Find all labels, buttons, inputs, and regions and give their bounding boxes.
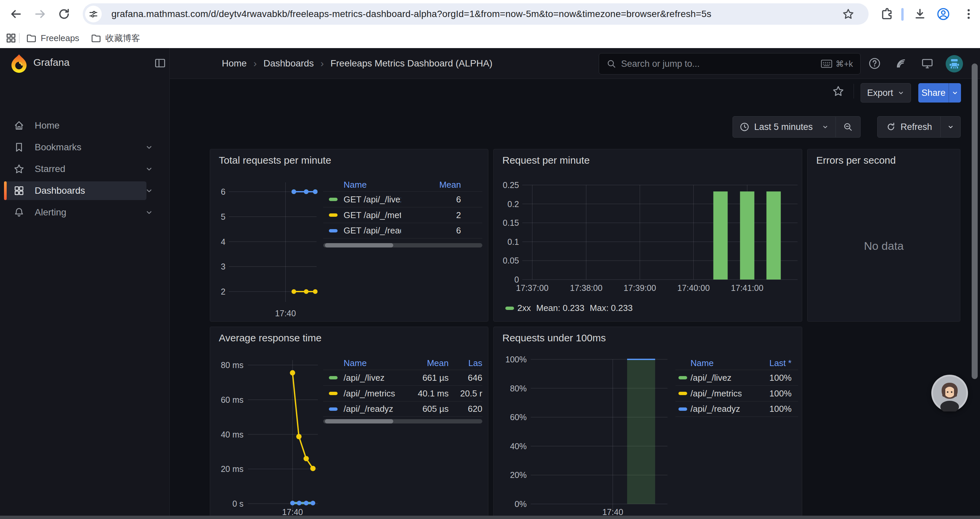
legend-mean: Mean: 0.233 (536, 303, 584, 313)
grafana-topnav: Grafana Home › Dashboards › Freeleaps Me… (0, 48, 980, 79)
share-button[interactable]: Share (918, 83, 949, 102)
svg-text:80 ms: 80 ms (221, 360, 243, 370)
legend-row[interactable]: /api/_/metrics 100% (675, 385, 798, 401)
breadcrumb-dashboards[interactable]: Dashboards (264, 58, 314, 69)
user-avatar[interactable] (946, 55, 963, 72)
url-bar[interactable]: grafana.mathmast.com/d/deytv4rwavabkb/fr… (83, 3, 869, 25)
url-text[interactable]: grafana.mathmast.com/d/deytv4rwavabkb/fr… (111, 9, 711, 19)
refresh-controls: Refresh (877, 116, 961, 137)
svg-text:0.25: 0.25 (503, 180, 519, 190)
collapse-sidebar-icon[interactable] (154, 57, 166, 69)
legend-header-name[interactable]: Name (344, 180, 401, 190)
svg-text:17:40:00: 17:40:00 (677, 283, 710, 292)
svg-text:2: 2 (221, 287, 226, 296)
panel-title[interactable]: Errors per second (816, 155, 896, 166)
legend-max: Max: 0.233 (590, 303, 633, 313)
folder-icon (26, 33, 37, 43)
reload-icon[interactable] (57, 7, 71, 21)
legend-series-name: 2xx (517, 303, 531, 313)
legend-row[interactable]: GET /api/_/metrics 2 (323, 207, 482, 223)
sidebar-item-home[interactable]: Home (4, 116, 157, 135)
series-swatch (329, 213, 337, 217)
legend-header-last[interactable]: Last * (741, 358, 798, 368)
export-button[interactable]: Export (861, 83, 911, 102)
browser-toolbar: grafana.mathmast.com/d/deytv4rwavabkb/fr… (0, 0, 980, 28)
bookmark-star-icon[interactable] (842, 8, 854, 21)
legend-scrollbar[interactable] (323, 419, 482, 423)
sidebar-item-bookmarks[interactable]: Bookmarks (4, 138, 157, 156)
bookmark-folder-blogs[interactable]: 收藏博客 (91, 31, 140, 45)
breadcrumb-home[interactable]: Home (222, 58, 247, 69)
page-scrollbar[interactable] (972, 64, 978, 379)
legend-header-name[interactable]: Name (344, 358, 404, 368)
extensions-icon[interactable] (881, 7, 894, 21)
legend-header-mean[interactable]: Mean (401, 180, 482, 190)
svg-text:0.2: 0.2 (508, 200, 519, 209)
svg-text:4: 4 (221, 237, 226, 246)
chart-request-per-minute: 0.250.20.150.10.05017:37:0017:38:0017:39… (494, 149, 803, 322)
legend-row[interactable]: /api/_/livez 100% (675, 370, 798, 385)
panel-errors-per-second: Errors per second No data (807, 149, 960, 322)
forward-icon[interactable] (33, 7, 47, 21)
chart-requests-under-100ms: 100%80%60%40%20%0%17:40 (494, 327, 803, 519)
chevron-down-icon[interactable] (145, 164, 153, 173)
help-icon[interactable] (868, 57, 881, 70)
svg-text:17:41:00: 17:41:00 (731, 283, 763, 292)
brand-name[interactable]: Grafana (33, 57, 69, 68)
refresh-label: Refresh (900, 122, 932, 132)
time-range-picker[interactable]: Last 5 minutes (732, 116, 836, 137)
search-placeholder: Search or jump to... (621, 59, 821, 69)
series-swatch (678, 407, 687, 411)
search-shortcut: ⌘+k (821, 59, 853, 69)
legend-row[interactable]: /api/_/metrics 40.1 ms 20.5 r (323, 385, 482, 401)
monitor-icon[interactable] (921, 57, 934, 70)
chevron-down-icon[interactable] (145, 208, 153, 217)
dashboards-grid-icon (13, 185, 25, 196)
svg-text:3: 3 (221, 262, 226, 271)
sidebar-item-alerting[interactable]: Alerting (4, 203, 157, 222)
profile-icon[interactable] (937, 7, 950, 21)
svg-text:17:40: 17:40 (275, 308, 296, 318)
bookmarks-bar: Freeleaps 收藏博客 (0, 28, 980, 48)
site-settings-icon[interactable] (85, 6, 102, 22)
sidebar-item-starred[interactable]: Starred (4, 160, 157, 178)
legend-table: Name Last * /api/_/livez 100% /api/_/met… (675, 356, 798, 417)
svg-text:17:40: 17:40 (602, 507, 624, 517)
refresh-button[interactable]: Refresh (877, 116, 941, 137)
bookmark-label: Freeleaps (41, 33, 80, 43)
legend-scrollbar[interactable] (323, 243, 482, 248)
svg-text:0.05: 0.05 (503, 256, 519, 265)
back-icon[interactable] (10, 7, 23, 21)
share-menu-button[interactable] (949, 83, 961, 102)
legend-header-name[interactable]: Name (690, 358, 741, 368)
legend-header-last[interactable]: Las (449, 358, 482, 368)
time-range-label: Last 5 minutes (754, 122, 813, 132)
news-rss-icon[interactable] (895, 57, 907, 70)
legend-row[interactable]: GET /api/_/livez 6 (323, 192, 482, 207)
grafana-logo[interactable] (10, 54, 29, 73)
assistant-avatar[interactable] (931, 375, 968, 412)
legend-row[interactable]: /api/_/readyz 605 µs 620 (323, 401, 482, 417)
refresh-interval-button[interactable] (941, 116, 961, 137)
series-swatch (329, 376, 337, 379)
sidebar-item-dashboards[interactable]: Dashboards (4, 181, 157, 200)
chevron-down-icon[interactable] (145, 143, 153, 152)
legend-row[interactable]: /api/_/readyz 100% (675, 401, 798, 417)
search-input[interactable]: Search or jump to... ⌘+k (599, 53, 861, 75)
menu-kebab-icon[interactable] (962, 7, 975, 21)
downloads-icon[interactable] (913, 7, 927, 21)
apps-grid-icon[interactable] (5, 31, 17, 45)
bookmark-folder-freeleaps[interactable]: Freeleaps (26, 31, 80, 45)
zoom-out-button[interactable] (836, 116, 861, 137)
svg-text:60%: 60% (510, 412, 527, 422)
favorite-star-icon[interactable] (832, 85, 845, 97)
panel-requests-under-100ms: Requests under 100ms 100%80%60%40%20%0%1… (493, 327, 802, 519)
legend-header-mean[interactable]: Mean (404, 358, 449, 368)
legend-row[interactable]: GET /api/_/readyz 6 (323, 223, 482, 238)
series-swatch (329, 407, 337, 411)
chevron-down-icon[interactable] (145, 186, 153, 195)
legend-header: Name Mean Las (323, 356, 482, 370)
legend-inline[interactable]: 2xx Mean: 0.233 Max: 0.233 (505, 303, 633, 313)
legend-row[interactable]: /api/_/livez 661 µs 646 (323, 370, 482, 385)
svg-text:17:39:00: 17:39:00 (624, 283, 656, 292)
